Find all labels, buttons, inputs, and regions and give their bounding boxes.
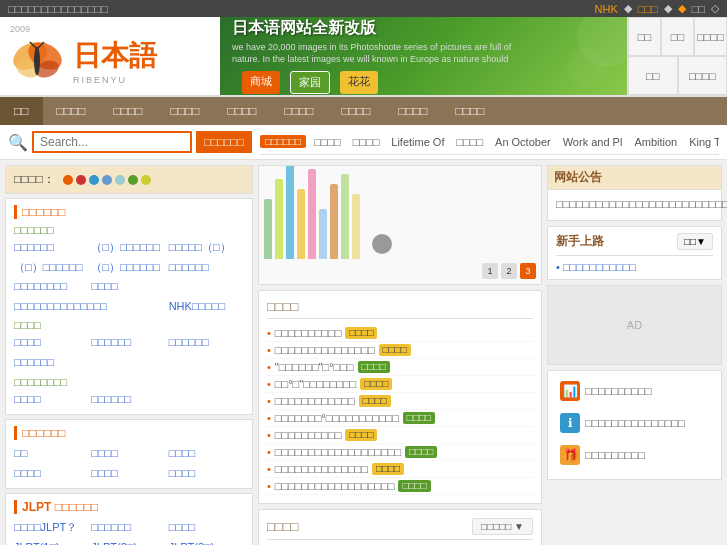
color-dot-5[interactable] — [128, 175, 138, 185]
link2[interactable]: □□□ — [638, 3, 658, 15]
jlpt-link-2[interactable]: □□□□ — [169, 519, 244, 537]
s1-link-2[interactable]: □□□□□（□） — [169, 239, 244, 257]
advert-item-2[interactable]: 🎁 □□□□□□□□□ — [556, 441, 713, 469]
header-btn-2[interactable]: □□ — [661, 17, 694, 56]
s4-link-5[interactable]: □□□□ — [169, 465, 244, 483]
s1-link-3[interactable]: （□）□□□□□□ — [14, 259, 89, 277]
s4-link-1[interactable]: □□□□ — [91, 445, 166, 463]
list-item[interactable]: □□°□"□□□□□□□□ □□□□ — [267, 376, 533, 393]
jlpt-link-4[interactable]: JLPT(2□) — [91, 539, 166, 545]
section2-title: □□□□□□ — [14, 426, 244, 440]
list-item[interactable]: □□□□□□□□□□□□□□□ □□□□ — [267, 342, 533, 359]
header-btn-4[interactable]: □□ — [628, 56, 678, 95]
jlpt-link-3[interactable]: JLPT(1□) — [14, 539, 89, 545]
s2-link-1[interactable]: □□□□□□ — [91, 334, 166, 352]
jlpt-link-5[interactable]: JLPT(3□) — [169, 539, 244, 545]
ticker-item-3[interactable]: □□□□ — [456, 136, 483, 148]
logo-text: 日本語 — [73, 37, 157, 75]
link3[interactable]: ◆ — [678, 2, 686, 15]
s1-link-0[interactable]: □□□□□□ — [14, 239, 89, 257]
carousel-btn-1[interactable]: 1 — [482, 263, 498, 279]
nav-item-3[interactable]: □□□□ — [157, 97, 214, 125]
newbie-dropdown-btn[interactable]: □□▼ — [677, 233, 713, 250]
s3-link-1[interactable]: □□□□□□ — [91, 391, 166, 409]
nav-item-1[interactable]: □□□□ — [43, 97, 100, 125]
s1-link-9[interactable]: □□□□□□□□□□□□□□ — [14, 298, 167, 316]
jlpt-link-1[interactable]: □□□□□□ — [91, 519, 166, 537]
color-dot-3[interactable] — [102, 175, 112, 185]
badge-shop[interactable]: 商城 — [242, 71, 280, 94]
s4-link-2[interactable]: □□□□ — [169, 445, 244, 463]
content2-more[interactable]: □□□□□ ▼ — [472, 518, 533, 535]
list-text: □□□□□□□□□□□□□□ — [275, 463, 368, 475]
logo-area: 2009 日本語 RIBENYU — [0, 17, 220, 95]
bar-2 — [286, 165, 294, 259]
jlpt-link-0[interactable]: □□□□JLPT？ — [14, 519, 89, 537]
header-btn-1[interactable]: □□ — [628, 17, 661, 56]
ticker-item-4[interactable]: An October — [495, 136, 551, 148]
s1-link-4[interactable]: （□）□□□□□□ — [91, 259, 166, 277]
s4-link-4[interactable]: □□□□ — [91, 465, 166, 483]
main-layout: □□□□： □□□□□□ □□□□□□ □□□□□□ （□）□□□□□□ □□□… — [0, 160, 727, 545]
s3-link-0[interactable]: □□□□ — [14, 391, 89, 409]
list-item[interactable]: □□□□□□□°□□□□□□□□□□□ □□□□ — [267, 410, 533, 427]
color-dot-1[interactable] — [76, 175, 86, 185]
ticker-item-2[interactable]: Lifetime Of — [391, 136, 444, 148]
ticker-item-5[interactable]: Work and Pl — [563, 136, 623, 148]
list-text: □□□□□□□□□□ — [275, 327, 341, 339]
svg-point-4 — [34, 47, 40, 75]
advert-item-1[interactable]: ℹ □□□□□□□□□□□□□□□ — [556, 409, 713, 437]
s2-link-0[interactable]: □□□□ — [14, 334, 89, 352]
list-item[interactable]: □□□□□□□□□□□□□□□□□□ □□□□ — [267, 478, 533, 495]
ad-placeholder: AD — [627, 319, 642, 331]
list-item[interactable]: □□□□□□□□□□□□□□□□□□□ □□□□ — [267, 444, 533, 461]
carousel-btn-2[interactable]: 2 — [501, 263, 517, 279]
newbie-header: 新手上路 □□▼ — [556, 233, 713, 250]
s4-link-0[interactable]: □□ — [14, 445, 89, 463]
nav-item-8[interactable]: □□□□ — [442, 97, 499, 125]
list-item[interactable]: □□□□□□□□□□□□□□ □□□□ — [267, 461, 533, 478]
s1-link-8[interactable] — [169, 278, 244, 296]
s4-link-3[interactable]: □□□□ — [14, 465, 89, 483]
list-item[interactable]: □□□□□□□□□□□□ □□□□ — [267, 393, 533, 410]
bar-7 — [341, 174, 349, 259]
color-dot-4[interactable] — [115, 175, 125, 185]
badge-home[interactable]: 家园 — [290, 71, 330, 94]
search-input[interactable] — [32, 131, 192, 153]
s1-link-5[interactable]: □□□□□□ — [169, 259, 244, 277]
ticker-item-1[interactable]: □□□□ — [353, 136, 380, 148]
list-item[interactable]: □□□□□□□□□□ □□□□ — [267, 427, 533, 444]
color-dots — [63, 175, 151, 185]
color-dot-2[interactable] — [89, 175, 99, 185]
nav-item-home[interactable]: □□ — [0, 97, 43, 125]
s2-link-2[interactable]: □□□□□□ — [169, 334, 244, 352]
color-dot-6[interactable] — [141, 175, 151, 185]
header-btn-3[interactable]: □□□□ — [694, 17, 727, 56]
nav-item-4[interactable]: □□□□ — [214, 97, 271, 125]
header-btn-5[interactable]: □□□□ — [678, 56, 728, 95]
nav-item-6[interactable]: □□□□ — [328, 97, 385, 125]
nav-item-5[interactable]: □□□□ — [271, 97, 328, 125]
newbie-section: 新手上路 □□▼ • □□□□□□□□□□□ — [547, 226, 722, 280]
badge-flower[interactable]: 花花 — [340, 71, 378, 94]
advert-item-0[interactable]: 📊 □□□□□□□□□□ — [556, 377, 713, 405]
list-item[interactable]: "□□□□□□"□°□□□ □□□□ — [267, 359, 533, 376]
ticker-item-ambition[interactable]: Ambition — [634, 136, 677, 148]
color-dot-0[interactable] — [63, 175, 73, 185]
s2-link-3[interactable]: □□□□□□ — [14, 354, 89, 372]
list-item[interactable]: □□□□□□□□□□ □□□□ — [267, 325, 533, 342]
newbie-item[interactable]: • □□□□□□□□□□□ — [556, 261, 713, 273]
nav-item-2[interactable]: □□□□ — [100, 97, 157, 125]
ticker-item-0[interactable]: □□□□ — [314, 136, 341, 148]
s1-link-10[interactable]: NHK□□□□□ — [169, 298, 244, 316]
nhk-link[interactable]: NHK — [595, 3, 618, 15]
ticker-item-thrush[interactable]: King Thrush — [689, 136, 719, 148]
nav-item-7[interactable]: □□□□ — [385, 97, 442, 125]
carousel-btn-3[interactable]: 3 — [520, 263, 536, 279]
content-section-2: □□□□ □□□□□ ▼ □□□□□□□□□□ □□□□ — [258, 509, 542, 545]
s1-link-1[interactable]: （□）□□□□□□ — [91, 239, 166, 257]
search-button[interactable]: □□□□□□ — [196, 131, 252, 153]
s1-link-7[interactable]: □□□□ — [91, 278, 166, 296]
list-text: □□°□"□□□□□□□□ — [275, 378, 356, 390]
s1-link-6[interactable]: □□□□□□□□ — [14, 278, 89, 296]
